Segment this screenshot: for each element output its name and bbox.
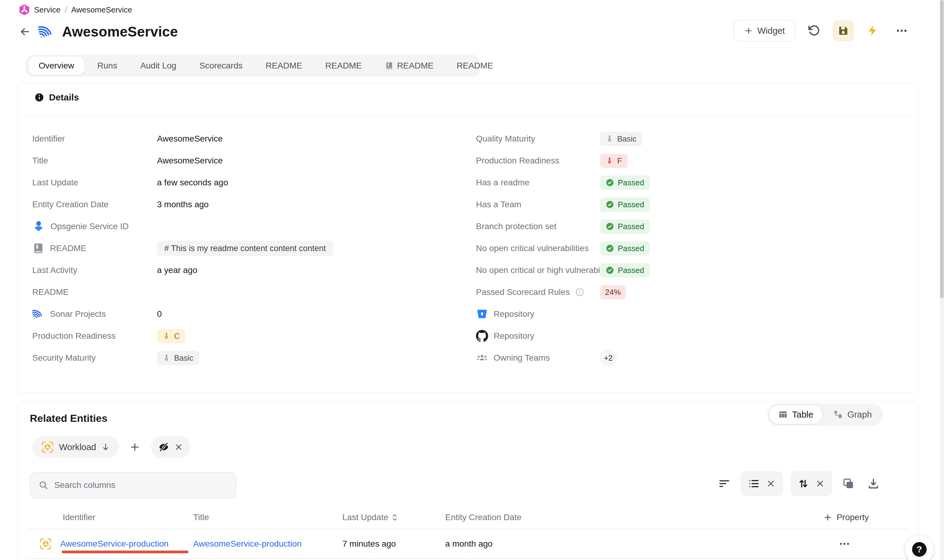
- detail-label: Identifier: [32, 134, 65, 144]
- tab-label: Overview: [38, 61, 74, 71]
- detail-label: Last Activity: [32, 265, 77, 275]
- more-options-button[interactable]: [891, 20, 912, 42]
- column-header-last-update[interactable]: Last Update: [342, 512, 445, 522]
- view-toggle-label: Graph: [847, 410, 872, 420]
- tab-label: Audit Log: [140, 61, 176, 71]
- badge-label: Passed: [618, 200, 644, 209]
- details-header: Details: [34, 92, 79, 103]
- row-identifier-link[interactable]: AwesomeService-production: [60, 539, 169, 549]
- tab-label: README: [266, 61, 302, 71]
- graph-icon: [833, 410, 843, 419]
- ellipsis-icon: [895, 25, 908, 37]
- tab-bar: Overview Runs Audit Log Scorecards READM…: [26, 55, 480, 77]
- breadcrumb-app[interactable]: Service: [34, 5, 61, 15]
- view-toggle-graph[interactable]: Graph: [824, 405, 881, 424]
- tab-readme-3[interactable]: README: [375, 57, 444, 75]
- tab-scorecards[interactable]: Scorecards: [189, 57, 253, 75]
- group-by-control: [740, 471, 783, 496]
- detail-row: Branch protection set Passed: [476, 215, 902, 237]
- detail-label: Opsgenie Service ID: [51, 222, 129, 231]
- clear-group-by-button[interactable]: [766, 479, 776, 488]
- detail-row: Quality Maturity Basic: [476, 128, 902, 150]
- add-widget-button[interactable]: Widget: [733, 20, 795, 42]
- tab-readme-1[interactable]: README: [255, 57, 312, 75]
- column-header-title[interactable]: Title: [193, 512, 342, 522]
- clear-sort-button[interactable]: [815, 479, 825, 488]
- detail-label: README: [50, 243, 86, 253]
- detail-row: TitleAwesomeService: [32, 150, 458, 172]
- tab-label: Scorecards: [199, 61, 243, 71]
- copy-button[interactable]: [839, 475, 857, 492]
- hide-button[interactable]: [158, 442, 169, 452]
- tab-runs[interactable]: Runs: [87, 57, 128, 75]
- sort-chevrons-icon: [391, 514, 398, 522]
- tab-readme-4[interactable]: README: [446, 57, 503, 75]
- workload-icon: [39, 537, 52, 551]
- detail-row: Last Activitya year ago: [32, 259, 458, 281]
- page-scrollbar: [940, 0, 944, 560]
- back-button[interactable]: [19, 26, 31, 38]
- filter-button[interactable]: [715, 475, 733, 492]
- header-actions: Widget: [733, 20, 912, 42]
- readme-content-chip: # This is my readme content content cont…: [157, 241, 333, 256]
- tab-overview[interactable]: Overview: [28, 57, 85, 75]
- sort-button[interactable]: [798, 478, 809, 489]
- add-property-button[interactable]: Property: [823, 512, 909, 522]
- detail-value: 3 months ago: [157, 200, 209, 209]
- row-actions-button[interactable]: [838, 538, 850, 550]
- group-by-button[interactable]: [748, 477, 760, 490]
- opsgenie-icon: [32, 220, 45, 233]
- github-icon: [476, 330, 488, 342]
- help-button[interactable]: ?: [905, 535, 934, 560]
- detail-label: Repository: [494, 331, 534, 341]
- workload-icon: [41, 440, 54, 454]
- automations-button[interactable]: [862, 20, 883, 42]
- undo-button[interactable]: [803, 20, 825, 42]
- detail-label: Title: [32, 156, 48, 166]
- medal-icon: [163, 332, 171, 340]
- details-right-column: Quality Maturity Basic Production Readin…: [476, 128, 902, 369]
- column-label: Identifier: [63, 512, 95, 522]
- sonar-service-icon: [38, 23, 55, 40]
- sort-control: [790, 471, 832, 496]
- bitbucket-icon: [476, 308, 488, 320]
- view-toggle-table[interactable]: Table: [769, 405, 822, 424]
- tab-readme-2[interactable]: README: [315, 57, 372, 75]
- info-icon: [34, 92, 44, 102]
- download-button[interactable]: [864, 475, 882, 492]
- search-columns-input[interactable]: [54, 480, 228, 490]
- save-button[interactable]: [833, 20, 854, 42]
- details-title: Details: [49, 92, 79, 103]
- arrow-down-icon: [101, 443, 110, 452]
- column-header-entity-creation-date[interactable]: Entity Creation Date: [445, 512, 823, 522]
- entity-filters: Workload: [32, 436, 191, 458]
- medal-icon: [606, 157, 613, 165]
- close-icon: [766, 479, 776, 488]
- detail-row: Last Updatea few seconds ago: [32, 172, 458, 194]
- lightning-icon: [866, 25, 879, 37]
- scrollbar-thumb[interactable]: [940, 0, 944, 298]
- entity-filter-workload[interactable]: Workload: [32, 436, 119, 458]
- row-title-link[interactable]: AwesomeService-production: [193, 539, 301, 549]
- owning-teams-counter[interactable]: +2: [600, 350, 617, 366]
- hidden-filter-pill: [151, 436, 191, 458]
- column-header-identifier[interactable]: Identifier: [28, 512, 193, 522]
- add-filter-button[interactable]: [127, 439, 143, 455]
- plus-icon: [129, 441, 141, 453]
- detail-label: Has a Team: [476, 200, 521, 209]
- status-badge: Passed: [600, 263, 650, 278]
- tab-audit-log[interactable]: Audit Log: [130, 57, 186, 75]
- status-badge: Passed: [600, 175, 650, 190]
- detail-label: Passed Scorecard Rules: [476, 287, 570, 297]
- grade-badge: C: [157, 329, 185, 343]
- badge-label: Passed: [618, 266, 644, 275]
- details-card: Details IdentifierAwesomeService TitleAw…: [17, 83, 918, 393]
- clear-hidden-button[interactable]: [174, 443, 183, 452]
- detail-row: No open critical vulnerabilities Passed: [476, 237, 902, 259]
- maturity-badge: Basic: [157, 351, 199, 365]
- detail-row: Production Readiness C: [32, 325, 458, 347]
- table-row: AwesomeService-production AwesomeService…: [28, 529, 909, 558]
- detail-row: Passed Scorecard Rules 24%: [476, 281, 902, 303]
- detail-value: a year ago: [157, 265, 197, 275]
- medal-icon: [163, 354, 171, 362]
